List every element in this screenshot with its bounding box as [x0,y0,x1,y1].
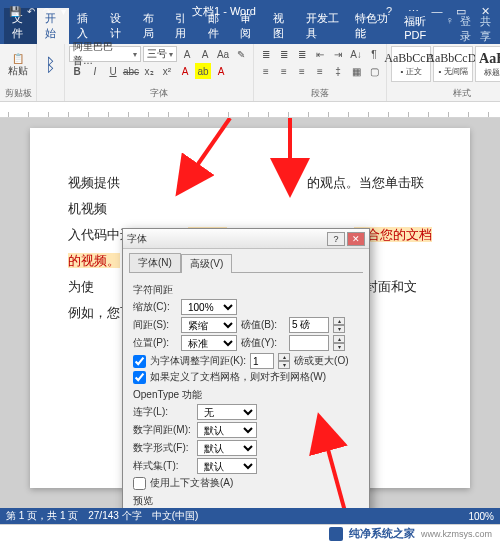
position-select[interactable]: 标准 [181,335,237,351]
status-language[interactable]: 中文(中国) [152,509,199,523]
borders-icon[interactable]: ▢ [366,63,382,79]
spacing-spinner[interactable]: ▴▾ [333,317,345,333]
dialog-tab-font[interactable]: 字体(N) [129,253,181,272]
save-icon[interactable]: 💾 [8,4,22,18]
change-case-icon[interactable]: Aa [215,46,231,62]
signin-link[interactable]: 登录 [460,14,474,44]
style-card-heading1[interactable]: AaBI 标题 1 [475,46,500,82]
font-color-icon[interactable]: A [213,63,229,79]
group-paragraph: ≣ ≣ ≣ ⇤ ⇥ A↓ ¶ ≡ ≡ ≡ ≡ ‡ ▦ ▢ 段落 [254,44,387,101]
bold-icon[interactable]: B [69,63,85,79]
kerning-checkbox[interactable] [133,355,146,368]
font-name-combo[interactable]: 阿里巴巴普…▾ [69,46,141,62]
style-name: • 正文 [400,66,421,77]
minimize-icon[interactable]: — [426,5,448,18]
shading-icon[interactable]: ▦ [348,63,364,79]
tab-layout[interactable]: 布局 [135,8,168,44]
redo-icon[interactable]: ↷ [40,4,54,18]
dialog-help-icon[interactable]: ? [327,232,345,246]
share-link[interactable]: 共享 [480,14,494,44]
tab-view[interactable]: 视图 [265,8,298,44]
strike-icon[interactable]: abc [123,63,139,79]
line-spacing-icon[interactable]: ‡ [330,63,346,79]
spacing-amount-input[interactable] [289,317,329,333]
position-spinner[interactable]: ▴▾ [333,335,345,351]
position-amount-label: 磅值(Y): [241,336,285,350]
position-amount-input[interactable] [289,335,329,351]
align-left-icon[interactable]: ≡ [258,63,274,79]
tab-mailings[interactable]: 邮件 [200,8,233,44]
superscript-icon[interactable]: x² [159,63,175,79]
ligatures-label: 连字(L): [133,405,193,419]
contextual-checkbox[interactable] [133,477,146,490]
text-run: 的观点。当您单击联机视频 [68,175,424,216]
ribbon-help-icon[interactable]: ? [378,5,400,18]
text-effects-icon[interactable]: A [177,63,193,79]
spacing-select[interactable]: 紧缩 [181,317,237,333]
bluetooth-button[interactable]: ᛒ [41,46,60,84]
tab-references[interactable]: 引用 [167,8,200,44]
styleset-select[interactable]: 默认 [197,458,257,474]
subscript-icon[interactable]: x₂ [141,63,157,79]
font-size-combo[interactable]: 三号▾ [143,46,177,62]
maximize-icon[interactable]: ▭ [450,5,472,18]
dialog-titlebar[interactable]: 字体 ? ✕ [123,229,369,249]
status-zoom[interactable]: 100% [468,511,494,522]
ribbon-body: 📋 粘贴 剪贴板 ᛒ 阿里巴巴普…▾ 三号▾ A A Aa [0,44,500,102]
status-words[interactable]: 27/143 个字 [88,509,141,523]
ribbon-right: ♀ 登录 共享 [445,14,500,44]
group-clipboard-label: 剪贴板 [4,86,32,100]
tab-dev[interactable]: 开发工具 [298,8,347,44]
status-page[interactable]: 第 1 页，共 1 页 [6,509,78,523]
group-styles-label: 样式 [391,86,500,100]
text-run: 视频提供 [68,175,120,190]
style-card-nospacing[interactable]: AaBbCcDi • 无间隔 [433,46,473,82]
style-card-normal[interactable]: AaBbCcDi • 正文 [391,46,431,82]
sort-icon[interactable]: A↓ [348,46,364,62]
scale-select[interactable]: 100% [181,299,237,315]
highlight-icon[interactable]: ab [195,63,211,79]
decrease-indent-icon[interactable]: ⇤ [312,46,328,62]
align-center-icon[interactable]: ≡ [276,63,292,79]
italic-icon[interactable]: I [87,63,103,79]
paste-icon: 📋 [12,53,24,64]
tab-review[interactable]: 审阅 [232,8,265,44]
show-marks-icon[interactable]: ¶ [366,46,382,62]
grow-font-icon[interactable]: A [179,46,195,62]
horizontal-ruler[interactable] [0,102,500,118]
kerning-spinner[interactable]: ▴▾ [278,353,290,369]
increase-indent-icon[interactable]: ⇥ [330,46,346,62]
style-name: • 无间隔 [438,66,467,77]
qat-more-icon[interactable]: ▾ [56,4,70,18]
dialog-body: 字符间距 缩放(C): 100% 间距(S): 紧缩 磅值(B): ▴▾ 位置(… [129,272,363,542]
close-icon[interactable]: ✕ [474,5,496,18]
grid-align-checkbox[interactable] [133,371,146,384]
ligatures-select[interactable]: 无 [197,404,257,420]
bullets-icon[interactable]: ≣ [258,46,274,62]
numspacing-label: 数字间距(M): [133,423,193,437]
shrink-font-icon[interactable]: A [197,46,213,62]
numbering-icon[interactable]: ≣ [276,46,292,62]
group-styles: AaBbCcDi • 正文 AaBbCcDi • 无间隔 AaBI 标题 1 ⌄… [387,44,500,101]
clear-format-icon[interactable]: ✎ [233,46,249,62]
group-bt-label [41,99,60,100]
tab-insert[interactable]: 插入 [69,8,102,44]
grid-align-label: 如果定义了文档网格，则对齐到网格(W) [150,370,326,384]
multilevel-list-icon[interactable]: ≣ [294,46,310,62]
ribbon-options-icon[interactable]: ⋯ [402,5,424,18]
undo-icon[interactable]: ↶ [24,4,38,18]
font-dialog: 字体 ? ✕ 字体(N) 高级(V) 字符间距 缩放(C): 100% 间距(S… [122,228,370,542]
align-justify-icon[interactable]: ≡ [312,63,328,79]
numform-select[interactable]: 默认 [197,440,257,456]
tell-me-icon[interactable]: ♀ [445,14,453,44]
numspacing-select[interactable]: 默认 [197,422,257,438]
style-name: 标题 1 [484,67,500,78]
dialog-tab-advanced[interactable]: 高级(V) [181,254,232,273]
underline-icon[interactable]: U [105,63,121,79]
align-right-icon[interactable]: ≡ [294,63,310,79]
kerning-value-input[interactable] [250,353,274,369]
paste-label: 粘贴 [8,64,28,78]
dialog-close-icon[interactable]: ✕ [347,232,365,246]
paste-button[interactable]: 📋 粘贴 [4,46,32,84]
tab-design[interactable]: 设计 [102,8,135,44]
